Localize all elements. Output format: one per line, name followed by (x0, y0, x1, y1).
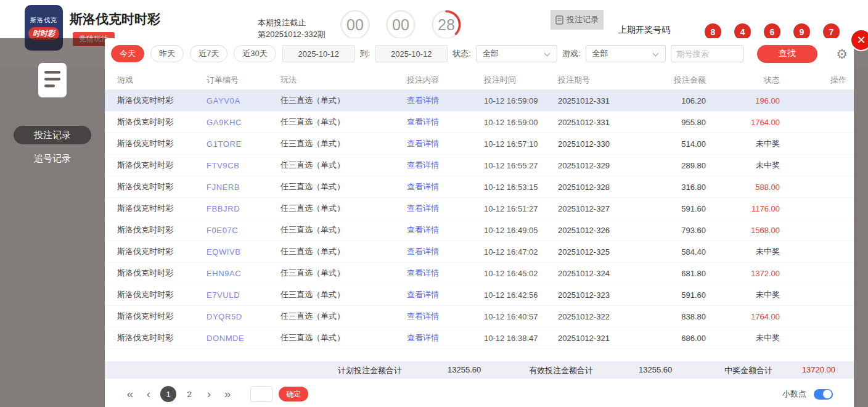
filter-today-button[interactable]: 今天 (111, 45, 144, 62)
cell-bet-time: 10-12 16:40:57 (484, 312, 558, 321)
bet-record-header-button[interactable]: 投注记录 (551, 10, 604, 30)
cell-play-type: 任三直选（单式） (280, 95, 407, 106)
cell-order-number[interactable]: F0E07C (207, 226, 280, 235)
view-detail-link[interactable]: 查看详情 (407, 332, 484, 343)
deadline-label: 本期投注截止 (258, 17, 326, 28)
cell-status: 1764.00 (706, 312, 780, 321)
countdown-hours: 00 (340, 10, 370, 39)
cell-amount: 316.80 (644, 183, 706, 192)
status-select-value: 全部 (483, 48, 499, 59)
table-row[interactable]: 斯洛伐克时时彩 FJNERB 任三直选（单式） 查看详情 10-12 16:53… (105, 176, 854, 198)
prev-page-button[interactable]: ‹ (139, 387, 158, 401)
cell-play-type: 任三直选（单式） (280, 160, 407, 171)
view-detail-link[interactable]: 查看详情 (407, 138, 484, 149)
cell-status: 1568.00 (706, 226, 780, 235)
game-select[interactable]: 全部 (586, 45, 666, 62)
cell-order-number[interactable]: EQWIVB (207, 247, 280, 257)
view-detail-link[interactable]: 查看详情 (407, 117, 484, 128)
last-page-button[interactable]: » (218, 387, 237, 401)
cell-period: 20251012-324 (558, 269, 644, 278)
toggle-knob (823, 390, 832, 398)
table-row[interactable]: 斯洛伐克时时彩 DYQR5D 任三直选（单式） 查看详情 10-12 16:40… (105, 306, 854, 327)
summary-bar: 计划投注金额合计 13255.60 有效投注金额合计 13255.60 中奖金额… (105, 361, 854, 379)
view-detail-link[interactable]: 查看详情 (407, 203, 484, 214)
view-detail-link[interactable]: 查看详情 (407, 246, 484, 257)
col-header-game: 游戏 (117, 75, 207, 86)
cell-period: 20251012-321 (558, 334, 644, 343)
cell-bet-time: 10-12 16:49:05 (484, 226, 558, 235)
table-row[interactable]: 斯洛伐克时时彩 G1TORE 任三直选（单式） 查看详情 10-12 16:57… (105, 133, 854, 155)
view-detail-link[interactable]: 查看详情 (407, 224, 484, 236)
cell-status: 未中奖 (706, 332, 780, 343)
cell-order-number[interactable]: DYQR5D (207, 312, 280, 321)
last-draw-label: 上期开奖号码 (618, 25, 670, 36)
cell-amount: 681.80 (644, 269, 706, 278)
cell-order-number[interactable]: GAYV0A (207, 96, 280, 105)
cell-amount: 591.60 (644, 204, 706, 213)
view-detail-link[interactable]: 查看详情 (407, 311, 484, 322)
bet-records-modal: 今天 昨天 近7天 近30天 到: 状态: 全部 游戏: 全部 查找 ⚙ 游戏 … (105, 38, 854, 407)
cell-order-number[interactable]: FJNERB (207, 183, 280, 192)
table-row[interactable]: 斯洛伐克时时彩 GAYV0A 任三直选（单式） 查看详情 10-12 16:59… (105, 90, 854, 112)
confirm-page-button[interactable]: 确定 (279, 387, 308, 401)
plan-total-value: 13255.60 (448, 365, 481, 374)
deadline-block: 本期投注截止 第20251012-332期 (258, 17, 326, 40)
table-row[interactable]: 斯洛伐克时时彩 F0E07C 任三直选（单式） 查看详情 10-12 16:49… (105, 220, 854, 241)
first-page-button[interactable]: « (121, 387, 139, 401)
period-search-input[interactable] (671, 45, 743, 62)
cell-order-number[interactable]: FBBJRD (207, 204, 280, 213)
date-to-input[interactable] (375, 45, 448, 62)
table-row[interactable]: 斯洛伐克时时彩 FTV9CB 任三直选（单式） 查看详情 10-12 16:55… (105, 155, 854, 176)
sidebar-item-chase-records[interactable]: 追号记录 (14, 149, 91, 168)
col-header-content: 投注内容 (407, 75, 484, 86)
table-row[interactable]: 斯洛伐克时时彩 DONMDE 任三直选（单式） 查看详情 10-12 16:38… (105, 327, 854, 349)
cell-order-number[interactable]: GA9KHC (207, 118, 280, 127)
close-button[interactable]: ✕ (850, 29, 868, 51)
page-1-button[interactable]: 1 (160, 386, 176, 402)
filter-bar: 今天 昨天 近7天 近30天 到: 状态: 全部 游戏: 全部 查找 ⚙ (111, 44, 848, 63)
draw-ball: 8 (705, 23, 721, 40)
date-from-input[interactable] (282, 45, 355, 62)
cell-order-number[interactable]: DONMDE (207, 334, 280, 343)
cell-bet-time: 10-12 16:57:10 (484, 139, 558, 149)
cell-order-number[interactable]: E7VULD (207, 290, 280, 300)
view-detail-link[interactable]: 查看详情 (407, 95, 484, 106)
sidebar-item-bet-records[interactable]: 投注记录 (14, 126, 91, 144)
status-select[interactable]: 全部 (476, 45, 557, 62)
cell-play-type: 任三直选（单式） (280, 138, 407, 149)
decimal-toggle[interactable] (814, 389, 833, 400)
game-label: 游戏: (562, 48, 581, 59)
valid-total-label: 有效投注金额合计 (529, 365, 593, 376)
cell-order-number[interactable]: EHN9AC (207, 269, 280, 278)
filter-yesterday-button[interactable]: 昨天 (150, 45, 184, 62)
table-row[interactable]: 斯洛伐克时时彩 GA9KHC 任三直选（单式） 查看详情 10-12 16:59… (105, 112, 854, 133)
view-detail-link[interactable]: 查看详情 (407, 181, 484, 192)
cell-period: 20251012-322 (558, 312, 644, 321)
cell-period: 20251012-330 (558, 139, 644, 149)
table-body: 斯洛伐克时时彩 GAYV0A 任三直选（单式） 查看详情 10-12 16:59… (105, 90, 854, 349)
modal-sidebar: 投注记录 追号记录 (0, 38, 105, 407)
search-button[interactable]: 查找 (757, 45, 817, 63)
cell-bet-time: 10-12 16:38:47 (484, 334, 558, 343)
view-detail-link[interactable]: 查看详情 (407, 160, 484, 171)
table-row[interactable]: 斯洛伐克时时彩 E7VULD 任三直选（单式） 查看详情 10-12 16:42… (105, 284, 854, 306)
next-page-button[interactable]: › (200, 387, 218, 401)
page-jump-input[interactable] (250, 386, 272, 402)
table-row[interactable]: 斯洛伐克时时彩 EQWIVB 任三直选（单式） 查看详情 10-12 16:47… (105, 241, 854, 263)
table-row[interactable]: 斯洛伐克时时彩 FBBJRD 任三直选（单式） 查看详情 10-12 16:51… (105, 198, 854, 220)
cell-play-type: 任三直选（单式） (280, 246, 407, 257)
cell-order-number[interactable]: G1TORE (207, 139, 280, 149)
countdown: 00 00 28 (340, 10, 461, 39)
cell-bet-time: 10-12 16:47:02 (484, 247, 558, 257)
filter-30days-button[interactable]: 近30天 (234, 45, 276, 62)
filter-7days-button[interactable]: 近7天 (190, 45, 227, 62)
gear-icon[interactable]: ⚙ (836, 47, 848, 60)
cell-order-number[interactable]: FTV9CB (207, 161, 280, 170)
page-2-button[interactable]: 2 (181, 386, 197, 402)
cell-period: 20251012-323 (558, 290, 644, 300)
view-detail-link[interactable]: 查看详情 (407, 268, 484, 279)
table-row[interactable]: 斯洛伐克时时彩 EHN9AC 任三直选（单式） 查看详情 10-12 16:45… (105, 263, 854, 284)
cell-status: 未中奖 (706, 160, 780, 171)
view-detail-link[interactable]: 查看详情 (407, 289, 484, 300)
cell-period: 20251012-325 (558, 247, 644, 257)
